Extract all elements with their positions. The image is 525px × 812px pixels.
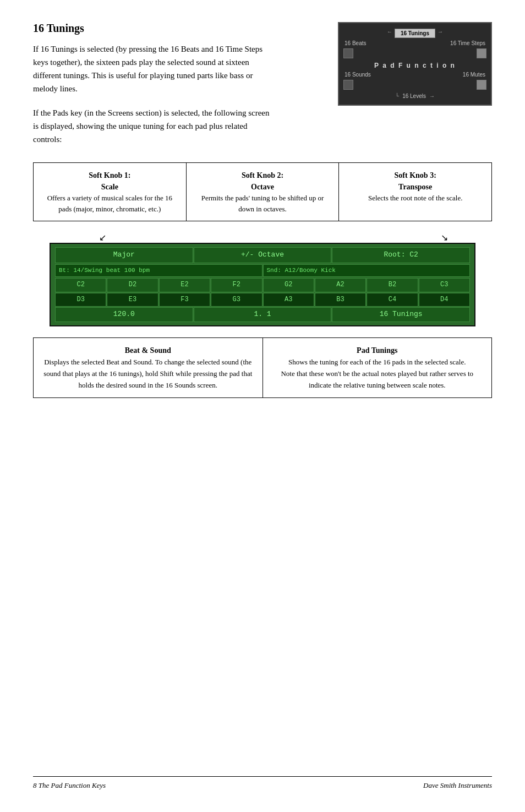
lcd-grid-r0-c2: E2 — [159, 278, 210, 292]
lcd-grid-r0-c0: C2 — [55, 278, 106, 292]
label-16levels: 16 Levels — [402, 93, 426, 99]
pad-2 — [477, 48, 486, 58]
lcd-grid-r0-c3: F2 — [211, 278, 262, 292]
lcd-grid-r0-c7: C3 — [419, 278, 470, 292]
page-footer: 8 The Pad Function Keys Dave Smith Instr… — [33, 776, 492, 790]
beat-sound-desc: Beat & Sound Displays the selected Beat … — [34, 338, 263, 398]
knob2-title: Soft Knob 2: — [195, 170, 330, 181]
intro-paragraph-1: If 16 Tunings is selected (by pressing t… — [33, 42, 270, 95]
lcd-bottom-mode: 16 Tunings — [332, 307, 470, 322]
lcd-bottom-tempo: 120.0 — [55, 307, 193, 322]
lcd-grid-r1-c5: B3 — [315, 293, 366, 307]
knob3-desc: Soft Knob 3: Transpose Selects the root … — [339, 163, 491, 221]
lcd-grid-row2: D3E3F3G3A3B3C4D4 — [55, 293, 470, 307]
lcd-bottom-beat: 1. 1 — [194, 307, 332, 322]
lcd-grid-r1-c0: D3 — [55, 293, 106, 307]
pad-3 — [343, 80, 353, 90]
intro-paragraph-2: If the Pads key (in the Screens section)… — [33, 106, 270, 146]
pad-function-label: P a d F u n c t i o n — [343, 62, 486, 69]
pad-tunings-desc: Pad Tunings Shows the tuning for each of… — [263, 338, 492, 398]
pad-4 — [477, 80, 486, 90]
lcd-beat-info: Bt: 14/Swing beat 100 bpm — [55, 264, 262, 277]
lcd-grid-r1-c2: F3 — [159, 293, 210, 307]
knob1-body: Offers a variety of musical scales for t… — [42, 193, 177, 214]
bottom-descs: Beat & Sound Displays the selected Beat … — [33, 337, 492, 399]
knob1-subtitle: Scale — [42, 181, 177, 193]
lcd-grid-r1-c4: A3 — [263, 293, 314, 307]
label-16beats: 16 Beats — [344, 40, 366, 46]
knob3-subtitle: Transpose — [348, 181, 483, 193]
lcd-grid-r1-c7: D4 — [419, 293, 470, 307]
page-title: 16 Tunings — [33, 22, 321, 35]
lcd-grid-r1-c1: E3 — [107, 293, 158, 307]
lcd-sound-info: Snd: A12/Boomy Kick — [263, 264, 471, 277]
lcd-grid-row1: C2D2E2F2G2A2B2C3 — [55, 278, 470, 292]
lcd-grid-r0-c4: G2 — [263, 278, 314, 292]
knob2-body: Permits the pads' tuning to be shifted u… — [195, 193, 330, 214]
knobs-section: Soft Knob 1: Scale Offers a variety of m… — [33, 162, 492, 221]
lcd-grid-r0-c5: A2 — [315, 278, 366, 292]
tab-16tunings-label: 16 Tunings — [395, 29, 435, 38]
label-16sounds: 16 Sounds — [344, 72, 371, 78]
lcd-grid-r1-c6: C4 — [367, 293, 418, 307]
label-16timesteps: 16 Time Steps — [450, 40, 485, 46]
lcd-octave-value: +/- Octave — [194, 247, 332, 263]
knob1-desc: Soft Knob 1: Scale Offers a variety of m… — [34, 163, 187, 221]
knob2-subtitle: Octave — [195, 181, 330, 193]
knob2-desc: Soft Knob 2: Octave Permits the pads' tu… — [187, 163, 340, 221]
label-16mutes: 16 Mutes — [463, 72, 485, 78]
lcd-grid-r0-c1: D2 — [107, 278, 158, 292]
knob3-title: Soft Knob 3: — [348, 170, 483, 181]
lcd-grid-r1-c3: G3 — [211, 293, 262, 307]
lcd-root-value: Root: C2 — [332, 247, 470, 263]
knob3-body: Selects the root note of the scale. — [348, 193, 483, 204]
knob1-title: Soft Knob 1: — [42, 170, 177, 181]
lcd-screen: Major +/- Octave Root: C2 Bt: 14/Swing b… — [50, 243, 475, 326]
beat-sound-body: Displays the selected Beat and Sound. To… — [42, 357, 254, 391]
beat-sound-title: Beat & Sound — [42, 345, 254, 357]
lcd-scale-value: Major — [55, 247, 193, 263]
pad-1 — [343, 48, 353, 58]
pad-tunings-body: Shows the tuning for each of the 16 pads… — [272, 357, 483, 391]
device-panel: ← 16 Tunings → 16 Beats 16 Time Steps P … — [338, 22, 492, 106]
footer-left: 8 The Pad Function Keys — [33, 781, 106, 790]
pad-tunings-title: Pad Tunings — [272, 345, 483, 357]
diagram-arrows: ↙ ↘ — [33, 232, 492, 243]
lcd-grid-r0-c6: B2 — [367, 278, 418, 292]
footer-right: Dave Smith Instruments — [423, 781, 492, 790]
